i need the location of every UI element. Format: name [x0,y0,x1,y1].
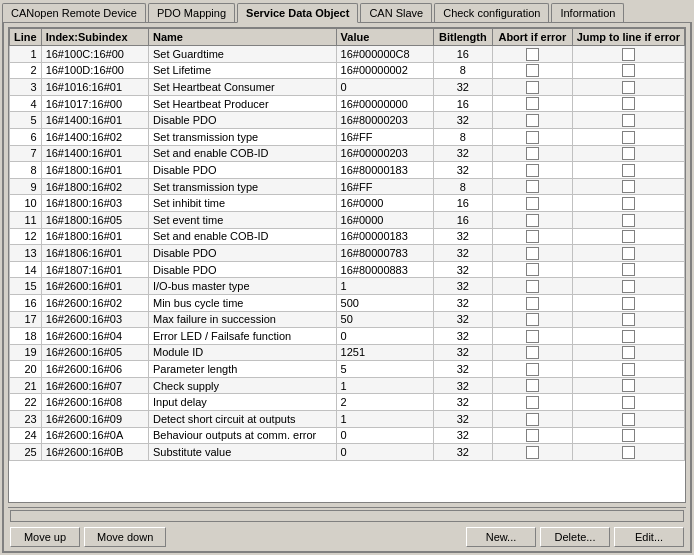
jump-checkbox[interactable] [622,446,635,459]
cell-jump[interactable] [572,361,684,378]
table-row[interactable]: 2216#2600:16#08Input delay232 [10,394,685,411]
cell-jump[interactable] [572,411,684,428]
abort-checkbox[interactable] [526,230,539,243]
tab-service-data-object[interactable]: Service Data Object [237,3,358,23]
table-row[interactable]: 716#1400:16#01Set and enable COB-ID16#00… [10,145,685,162]
horizontal-scrollbar[interactable] [8,507,686,523]
move-up-button[interactable]: Move up [10,527,80,547]
table-row[interactable]: 416#1017:16#00Set Heartbeat Producer16#0… [10,95,685,112]
abort-checkbox[interactable] [526,330,539,343]
jump-checkbox[interactable] [622,263,635,276]
abort-checkbox[interactable] [526,429,539,442]
abort-checkbox[interactable] [526,164,539,177]
sdo-table-container[interactable]: Line Index:Subindex Name Value Bitlength… [8,27,686,503]
cell-jump[interactable] [572,394,684,411]
jump-checkbox[interactable] [622,379,635,392]
abort-checkbox[interactable] [526,97,539,110]
jump-checkbox[interactable] [622,214,635,227]
abort-checkbox[interactable] [526,48,539,61]
cell-abort[interactable] [493,261,573,278]
cell-jump[interactable] [572,427,684,444]
table-row[interactable]: 2116#2600:16#07Check supply132 [10,377,685,394]
table-row[interactable]: 816#1800:16#01Disable PDO16#8000018332 [10,162,685,179]
abort-checkbox[interactable] [526,263,539,276]
cell-abort[interactable] [493,377,573,394]
cell-abort[interactable] [493,128,573,145]
tab-canopen-remote-device[interactable]: CANopen Remote Device [2,3,146,22]
abort-checkbox[interactable] [526,180,539,193]
cell-abort[interactable] [493,427,573,444]
cell-jump[interactable] [572,245,684,262]
scrollbar-track[interactable] [10,510,684,522]
move-down-button[interactable]: Move down [84,527,166,547]
table-row[interactable]: 1316#1806:16#01Disable PDO16#8000078332 [10,245,685,262]
jump-checkbox[interactable] [622,429,635,442]
new-button[interactable]: New... [466,527,536,547]
cell-jump[interactable] [572,278,684,295]
cell-jump[interactable] [572,79,684,96]
table-row[interactable]: 2516#2600:16#0BSubstitute value032 [10,444,685,461]
abort-checkbox[interactable] [526,147,539,160]
cell-abort[interactable] [493,411,573,428]
table-row[interactable]: 2316#2600:16#09Detect short circuit at o… [10,411,685,428]
abort-checkbox[interactable] [526,413,539,426]
cell-abort[interactable] [493,62,573,79]
cell-jump[interactable] [572,178,684,195]
table-row[interactable]: 616#1400:16#02Set transmission type16#FF… [10,128,685,145]
jump-checkbox[interactable] [622,114,635,127]
abort-checkbox[interactable] [526,81,539,94]
cell-abort[interactable] [493,112,573,129]
cell-abort[interactable] [493,228,573,245]
table-row[interactable]: 116#100C:16#00Set Guardtime16#000000C816 [10,46,685,63]
jump-checkbox[interactable] [622,97,635,110]
cell-jump[interactable] [572,145,684,162]
table-row[interactable]: 916#1800:16#02Set transmission type16#FF… [10,178,685,195]
table-row[interactable]: 1216#1800:16#01Set and enable COB-ID16#0… [10,228,685,245]
cell-abort[interactable] [493,211,573,228]
cell-jump[interactable] [572,261,684,278]
cell-abort[interactable] [493,294,573,311]
abort-checkbox[interactable] [526,446,539,459]
abort-checkbox[interactable] [526,214,539,227]
cell-jump[interactable] [572,328,684,345]
abort-checkbox[interactable] [526,363,539,376]
cell-jump[interactable] [572,344,684,361]
jump-checkbox[interactable] [622,197,635,210]
jump-checkbox[interactable] [622,180,635,193]
cell-abort[interactable] [493,145,573,162]
jump-checkbox[interactable] [622,280,635,293]
abort-checkbox[interactable] [526,396,539,409]
table-row[interactable]: 516#1400:16#01Disable PDO16#8000020332 [10,112,685,129]
table-row[interactable]: 2016#2600:16#06Parameter length532 [10,361,685,378]
cell-abort[interactable] [493,344,573,361]
jump-checkbox[interactable] [622,48,635,61]
table-row[interactable]: 1016#1800:16#03Set inhibit time16#000016 [10,195,685,212]
abort-checkbox[interactable] [526,131,539,144]
abort-checkbox[interactable] [526,313,539,326]
jump-checkbox[interactable] [622,363,635,376]
cell-abort[interactable] [493,328,573,345]
cell-jump[interactable] [572,228,684,245]
table-row[interactable]: 1916#2600:16#05Module ID125132 [10,344,685,361]
tab-can-slave[interactable]: CAN Slave [360,3,432,22]
table-row[interactable]: 1116#1800:16#05Set event time16#000016 [10,211,685,228]
abort-checkbox[interactable] [526,64,539,77]
jump-checkbox[interactable] [622,164,635,177]
abort-checkbox[interactable] [526,297,539,310]
tab-pdo-mapping[interactable]: PDO Mapping [148,3,235,22]
jump-checkbox[interactable] [622,413,635,426]
jump-checkbox[interactable] [622,297,635,310]
cell-abort[interactable] [493,46,573,63]
cell-abort[interactable] [493,162,573,179]
cell-jump[interactable] [572,95,684,112]
tab-check-configuration[interactable]: Check configuration [434,3,549,22]
cell-abort[interactable] [493,278,573,295]
cell-abort[interactable] [493,178,573,195]
table-row[interactable]: 2416#2600:16#0ABehaviour outputs at comm… [10,427,685,444]
cell-jump[interactable] [572,377,684,394]
edit-button[interactable]: Edit... [614,527,684,547]
jump-checkbox[interactable] [622,247,635,260]
cell-jump[interactable] [572,444,684,461]
delete-button[interactable]: Delete... [540,527,610,547]
jump-checkbox[interactable] [622,147,635,160]
